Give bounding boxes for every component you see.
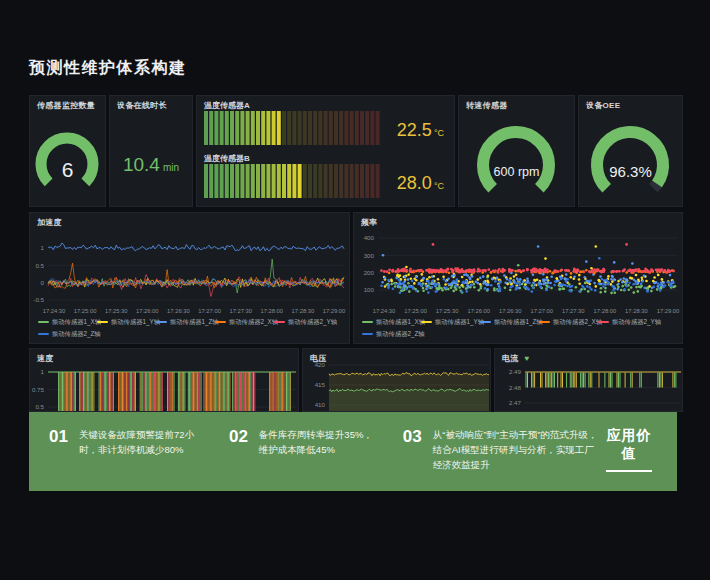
gauge-value: 96.3% [579, 163, 682, 180]
svg-text:17:27:00: 17:27:00 [198, 308, 221, 314]
svg-text:17:28:30: 17:28:30 [625, 308, 648, 314]
temp-bar-gauge-a [204, 111, 382, 145]
legend-color-swatch [362, 333, 373, 335]
legend-color-swatch [362, 321, 373, 323]
legend-label: 振动传感器1_Y轴 [435, 318, 484, 327]
banner-item-3: 03 从“被动响应”到“主动干预”的范式升级，结合AI模型进行研判与分析，实现工… [403, 427, 603, 472]
banner-text: 关键设备故障预警提前72小时，非计划停机减少80% [79, 427, 199, 457]
svg-text:0.75: 0.75 [32, 386, 45, 393]
svg-text:2.48: 2.48 [509, 384, 522, 391]
dashboard-root: 预测性维护体系构建 传感器监控数量 6 设备在线时长 10.4min 温度传感器… [0, 0, 710, 580]
svg-text:2.47: 2.47 [509, 399, 522, 406]
svg-text:400: 400 [364, 234, 375, 241]
temp-unit-a: °C [434, 128, 444, 138]
legend-color-swatch [97, 321, 108, 323]
application-value-cta: 应用价值 [603, 427, 655, 472]
legend-item[interactable]: 振动传感器2_Y轴 [598, 316, 657, 328]
svg-text:17:27:30: 17:27:30 [229, 308, 252, 314]
panel-title[interactable]: 传感器监控数量 [37, 100, 95, 111]
svg-text:17:24:30: 17:24:30 [373, 308, 396, 314]
legend-color-swatch [598, 321, 609, 323]
panel-voltage: 电压 420415410 [302, 348, 491, 412]
banner-text: 备件库存周转率提升35%，维护成本降低45% [259, 427, 373, 457]
temp-value-a: 22.5°C [397, 120, 444, 141]
legend-item[interactable]: 振动传感器1_Z轴 [480, 316, 539, 328]
legend-label: 振动传感器1_Z轴 [170, 318, 219, 327]
svg-text:410: 410 [315, 401, 326, 408]
panel-title[interactable]: 设备OEE [586, 100, 620, 111]
panel-title[interactable]: 电压 [310, 353, 327, 364]
panel-title[interactable]: 速度 [37, 353, 54, 364]
svg-text:200: 200 [364, 269, 375, 276]
svg-text:17:25:00: 17:25:00 [404, 308, 427, 314]
legend-item[interactable]: 振动传感器1_X轴 [38, 316, 97, 328]
svg-text:17:24:30: 17:24:30 [43, 308, 66, 314]
value-banner: 01 关键设备故障预警提前72小时，非计划停机减少80% 02 备件库存周转率提… [29, 412, 677, 491]
panel-title[interactable]: 加速度 [37, 217, 62, 228]
legend-item[interactable]: 振动传感器1_Z轴 [156, 316, 215, 328]
panel-title[interactable]: 转速传感器 [466, 100, 508, 111]
panel-title[interactable]: 频率 [361, 217, 378, 228]
svg-text:2.49: 2.49 [509, 368, 522, 375]
legend-item[interactable]: 振动传感器2_X轴 [215, 316, 274, 328]
legend-label: 振动传感器2_Z轴 [52, 330, 101, 339]
legend-item[interactable]: 振动传感器2_Z轴 [38, 328, 97, 340]
legend-color-swatch [38, 333, 49, 335]
gauge-value: 600 rpm [459, 165, 574, 179]
svg-text:17:25:00: 17:25:00 [74, 308, 97, 314]
legend-item[interactable]: 振动传感器2_Z轴 [362, 328, 421, 340]
legend-color-swatch [156, 321, 167, 323]
frequency-chart[interactable]: 40030020010017:24:3017:25:0017:25:3017:2… [354, 213, 682, 317]
health-heart-icon: ♥ [525, 354, 530, 363]
panel-title[interactable]: 电流♥ [502, 353, 530, 364]
svg-text:17:27:30: 17:27:30 [562, 308, 585, 314]
temp-sensor-a-label: 温度传感器A [204, 100, 250, 111]
cta-label: 应用价值 [603, 427, 655, 463]
legend-color-swatch [38, 321, 49, 323]
panel-rpm: 转速传感器 600 rpm [458, 95, 575, 207]
temp-number-b: 28.0 [397, 173, 432, 193]
legend-item[interactable]: 振动传感器1_X轴 [362, 316, 421, 328]
legend-color-swatch [539, 321, 550, 323]
svg-text:0.5: 0.5 [35, 403, 44, 410]
svg-text:100: 100 [364, 286, 375, 293]
svg-text:300: 300 [364, 252, 375, 259]
legend-item[interactable]: 振动传感器1_Y轴 [97, 316, 156, 328]
svg-text:17:28:00: 17:28:00 [261, 308, 284, 314]
legend-label: 振动传感器2_Y轴 [612, 318, 661, 327]
legend-item[interactable]: 振动传感器2_X轴 [539, 316, 598, 328]
svg-text:17:25:30: 17:25:30 [436, 308, 459, 314]
svg-text:0.5: 0.5 [35, 262, 44, 269]
speed-chart[interactable]: 10.750.5 [30, 349, 298, 411]
cta-underline [606, 470, 652, 472]
panel-current: 电流♥ 2.492.482.47 [494, 348, 683, 412]
stat-number: 10.4 [123, 154, 160, 175]
legend-color-swatch [274, 321, 285, 323]
svg-text:17:26:00: 17:26:00 [467, 308, 490, 314]
banner-item-2: 02 备件库存周转率提升35%，维护成本降低45% [229, 427, 373, 457]
chart-legend: 振动传感器1_X轴振动传感器1_Y轴振动传感器1_Z轴振动传感器2_X轴振动传感… [38, 316, 347, 340]
svg-text:1: 1 [41, 368, 45, 375]
svg-text:0: 0 [41, 279, 45, 286]
panel-title[interactable]: 设备在线时长 [117, 100, 167, 111]
svg-text:17:29:00: 17:29:00 [657, 308, 680, 314]
svg-text:17:26:30: 17:26:30 [499, 308, 522, 314]
legend-item[interactable]: 振动传感器2_Y轴 [274, 316, 333, 328]
panel-sensor-count: 传感器监控数量 6 [29, 95, 106, 207]
legend-label: 振动传感器2_Y轴 [288, 318, 337, 327]
banner-text: 从“被动响应”到“主动干预”的范式升级，结合AI模型进行研判与分析，实现工厂经济… [433, 427, 603, 472]
voltage-chart[interactable]: 420415410 [303, 349, 490, 411]
banner-number: 02 [229, 427, 248, 457]
page-title: 预测性维护体系构建 [29, 58, 187, 79]
legend-color-swatch [480, 321, 491, 323]
svg-text:17:27:00: 17:27:00 [531, 308, 554, 314]
legend-label: 振动传感器2_Z轴 [376, 330, 425, 339]
legend-label: 振动传感器1_Y轴 [111, 318, 160, 327]
svg-text:1: 1 [41, 244, 45, 251]
svg-text:17:28:00: 17:28:00 [594, 308, 617, 314]
temp-unit-b: °C [434, 181, 444, 191]
panel-oee: 设备OEE 96.3% [578, 95, 683, 207]
acceleration-chart[interactable]: 10.50-0.517:24:3017:25:0017:25:3017:26:0… [30, 213, 349, 317]
temp-value-b: 28.0°C [397, 173, 444, 194]
legend-item[interactable]: 振动传感器1_Y轴 [421, 316, 480, 328]
